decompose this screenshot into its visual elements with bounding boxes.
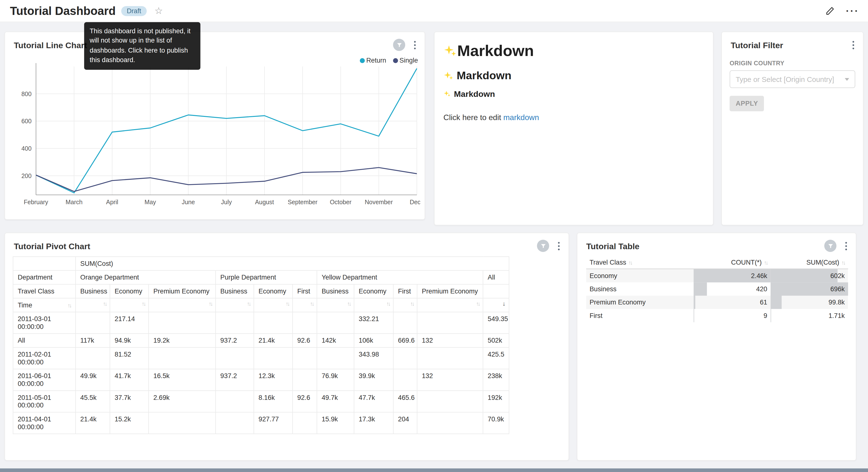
kebab-menu-icon[interactable] (556, 240, 562, 252)
pivot-table-wrap: SUM(Cost)DepartmentOrange DepartmentPurp… (13, 256, 561, 434)
pivot-cell: 41.7k (110, 369, 148, 390)
table-title: Tutorial Table (586, 241, 818, 250)
sort-icon[interactable]: ↑↓ (841, 260, 845, 266)
sort-desc-icon[interactable]: ↓ (502, 300, 505, 307)
sort-icon[interactable]: ↑↓ (142, 301, 145, 307)
sort-icon[interactable]: ↑↓ (476, 301, 479, 307)
svg-text:600: 600 (22, 118, 32, 124)
sort-icon[interactable]: ↑↓ (286, 301, 289, 307)
pivot-col-header (483, 285, 509, 298)
pivot-group-header: Yellow Department (317, 270, 483, 285)
pivot-cell (394, 312, 417, 333)
column-header-count[interactable]: COUNT(*)↑↓ (694, 256, 771, 269)
kebab-menu-icon[interactable] (843, 240, 849, 252)
pivot-row-header: 2011-03-01 00:00:00 (13, 312, 75, 333)
pivot-department-label: Department (13, 270, 75, 285)
apply-button[interactable]: APPLY (730, 96, 764, 111)
svg-text:February: February (24, 199, 48, 205)
filter-field-label: ORIGIN COUNTRY (722, 51, 863, 66)
sort-icon[interactable]: ↑↓ (103, 301, 106, 307)
pivot-cell: 465.6 (394, 390, 417, 412)
more-menu-icon[interactable]: ··· (846, 6, 859, 16)
pivot-cell: 8.16k (254, 390, 292, 412)
table-row[interactable]: Business420696k (586, 283, 848, 296)
pivot-cell (293, 312, 317, 333)
markdown-h2: Markdown (443, 69, 704, 82)
pivot-cell (317, 312, 354, 333)
page-title: Tutorial Dashboard (10, 4, 116, 18)
sparkles-icon (443, 90, 451, 97)
pivot-cell: 238k (483, 369, 509, 390)
svg-text:October: October (330, 199, 351, 205)
kebab-menu-icon[interactable] (850, 39, 857, 51)
pivot-cell: 70.9k (483, 412, 509, 434)
cell-bar (771, 296, 782, 309)
favorite-star-icon[interactable]: ☆ (155, 6, 163, 16)
sort-icon[interactable]: ↑↓ (247, 301, 250, 307)
sort-icon[interactable]: ↑↓ (628, 260, 632, 266)
pivot-cell: 81.52 (110, 348, 148, 369)
pivot-cell: 332.21 (354, 312, 394, 333)
chevron-down-icon (845, 78, 849, 81)
pivot-cell: 76.9k (317, 369, 354, 390)
svg-text:August: August (255, 199, 274, 205)
sort-icon[interactable]: ↑↓ (764, 260, 767, 266)
table-cell-count: 61 (694, 296, 771, 309)
svg-text:July: July (221, 199, 232, 205)
pivot-col-header: Premium Economy (149, 285, 216, 298)
pivot-cell (394, 369, 417, 390)
card-header: Tutorial Pivot Chart (5, 233, 568, 252)
sparkles-icon (443, 44, 457, 57)
markdown-h1-text: Markdown (457, 42, 534, 60)
cross-filter-icon[interactable] (824, 240, 836, 252)
pivot-cell: 204 (394, 412, 417, 434)
pivot-row: 2011-04-01 00:00:0021.4k15.2k927.7715.9k… (13, 412, 509, 434)
pivot-group-header: Purple Department (216, 270, 317, 285)
pivot-cell (293, 369, 317, 390)
edit-icon[interactable] (826, 6, 835, 16)
pivot-cell: 937.2 (216, 369, 254, 390)
cross-filter-icon[interactable] (393, 39, 405, 51)
svg-text:400: 400 (22, 145, 32, 152)
markdown-link[interactable]: markdown (503, 113, 539, 122)
pivot-cell: 2.69k (149, 390, 216, 412)
sort-icon[interactable]: ↑↓ (386, 301, 390, 307)
pivot-cell: 17.3k (354, 412, 394, 434)
sort-icon[interactable]: ↑↓ (310, 301, 313, 307)
svg-text:November: November (365, 199, 393, 205)
pivot-cell: 549.35 (483, 312, 509, 333)
pivot-cell (293, 348, 317, 369)
column-header-travel-class[interactable]: Travel Class↑↓ (586, 256, 694, 269)
pivot-col-header: Business (317, 285, 354, 298)
origin-country-select[interactable]: Type or Select [Origin Country] (730, 70, 855, 88)
pivot-cell: 343.98 (354, 348, 394, 369)
pivot-cell: 192k (483, 390, 509, 412)
sort-icon[interactable]: ↑↓ (410, 301, 414, 307)
pivot-cell (254, 348, 292, 369)
sort-icon[interactable]: ↑↓ (347, 301, 351, 307)
table-row[interactable]: Economy2.46k602k (586, 269, 848, 282)
sparkles-icon (443, 71, 453, 81)
card-header: Tutorial Table (577, 233, 856, 252)
pivot-cell: 142k (317, 333, 354, 348)
table-row[interactable]: Premium Economy6199.8k (586, 296, 848, 309)
column-header-sum[interactable]: SUM(Cost)↑↓ (771, 256, 848, 269)
svg-text:April: April (106, 199, 118, 205)
pivot-cell: 94.9k (110, 333, 148, 348)
sort-icon[interactable]: ↑↓ (67, 302, 71, 308)
pivot-row-header: 2011-04-01 00:00:00 (13, 412, 75, 434)
pivot-col-header: Business (216, 285, 254, 298)
table-cell-count: 9 (694, 309, 771, 322)
sort-icon[interactable]: ↑↓ (209, 301, 212, 307)
table-cell-travel-class: Business (586, 283, 694, 296)
pivot-cell (75, 348, 110, 369)
table-row[interactable]: First91.71k (586, 309, 848, 322)
cross-filter-icon[interactable] (537, 240, 549, 252)
draft-badge[interactable]: Draft (121, 6, 147, 16)
pivot-cell: 502k (483, 333, 509, 348)
table-cell-travel-class: First (586, 309, 694, 322)
kebab-menu-icon[interactable] (412, 39, 418, 51)
pivot-row-header: 2011-05-01 00:00:00 (13, 390, 75, 412)
pivot-time-label: Time (18, 301, 32, 309)
pivot-chart-card: Tutorial Pivot Chart SUM(Cost)Department… (4, 233, 569, 461)
